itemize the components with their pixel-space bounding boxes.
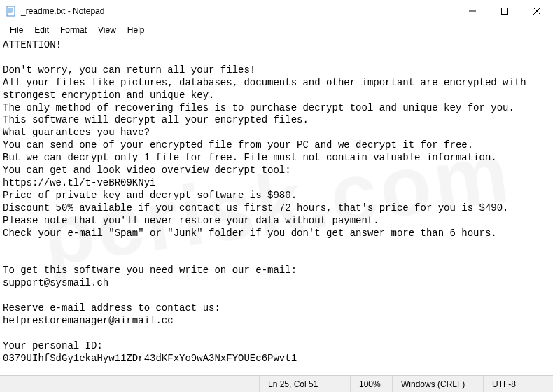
status-line-ending: Windows (CRLF) — [392, 376, 483, 392]
notepad-icon — [6, 6, 17, 17]
editor-content: ATTENTION! Don't worry, you can return a… — [3, 39, 532, 364]
status-zoom: 100% — [350, 376, 392, 392]
maximize-button[interactable] — [489, 0, 521, 22]
minimize-button[interactable] — [456, 0, 489, 22]
window-title: _readme.txt - Notepad — [21, 6, 456, 16]
title-bar: _readme.txt - Notepad — [0, 0, 553, 22]
menu-format[interactable]: Format — [55, 24, 92, 36]
text-editor[interactable]: ATTENTION! Don't worry, you can return a… — [0, 38, 553, 375]
menu-view[interactable]: View — [92, 24, 122, 36]
menu-help[interactable]: Help — [122, 24, 150, 36]
status-bar: Ln 25, Col 51 100% Windows (CRLF) UTF-8 — [0, 375, 553, 392]
svg-rect-6 — [502, 8, 508, 14]
menu-file[interactable]: File — [4, 24, 29, 36]
status-position: Ln 25, Col 51 — [259, 376, 350, 392]
window-controls — [456, 0, 553, 22]
menu-edit[interactable]: Edit — [29, 24, 55, 36]
close-button[interactable] — [521, 0, 553, 22]
menu-bar: File Edit Format View Help — [0, 22, 553, 38]
status-encoding: UTF-8 — [483, 376, 553, 392]
text-cursor — [297, 354, 298, 364]
